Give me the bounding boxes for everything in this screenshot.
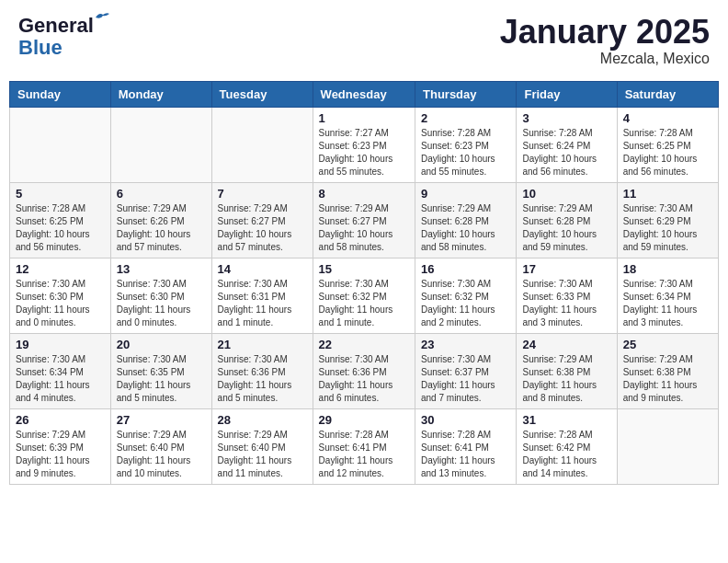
page-header: General Blue January 2025 Mezcala, Mexic… <box>9 9 719 72</box>
calendar-day-cell: 3Sunrise: 7:28 AM Sunset: 6:24 PM Daylig… <box>517 107 617 182</box>
day-info: Sunrise: 7:30 AM Sunset: 6:35 PM Dayligh… <box>117 353 206 405</box>
weekday-header: Friday <box>517 81 617 107</box>
calendar-day-cell: 18Sunrise: 7:30 AM Sunset: 6:34 PM Dayli… <box>617 258 718 333</box>
day-number: 4 <box>623 111 712 125</box>
day-number: 17 <box>522 262 610 276</box>
day-info: Sunrise: 7:29 AM Sunset: 6:40 PM Dayligh… <box>218 429 307 480</box>
day-number: 6 <box>117 187 206 201</box>
day-number: 20 <box>117 338 206 351</box>
day-info: Sunrise: 7:28 AM Sunset: 6:24 PM Dayligh… <box>522 127 610 178</box>
title-block: January 2025 Mezcala, Mexico <box>500 14 710 67</box>
day-number: 23 <box>421 338 510 351</box>
calendar-day-cell: 16Sunrise: 7:30 AM Sunset: 6:32 PM Dayli… <box>415 258 517 333</box>
calendar-day-cell: 15Sunrise: 7:30 AM Sunset: 6:32 PM Dayli… <box>313 258 415 333</box>
day-info: Sunrise: 7:27 AM Sunset: 6:23 PM Dayligh… <box>319 127 409 178</box>
calendar-week-row: 19Sunrise: 7:30 AM Sunset: 6:34 PM Dayli… <box>10 333 719 408</box>
day-info: Sunrise: 7:29 AM Sunset: 6:27 PM Dayligh… <box>218 202 307 254</box>
weekday-header: Saturday <box>617 81 718 107</box>
calendar-day-cell <box>110 107 211 182</box>
day-info: Sunrise: 7:28 AM Sunset: 6:25 PM Dayligh… <box>16 202 105 254</box>
day-info: Sunrise: 7:29 AM Sunset: 6:38 PM Dayligh… <box>522 353 610 405</box>
calendar-day-cell: 9Sunrise: 7:29 AM Sunset: 6:28 PM Daylig… <box>415 182 517 258</box>
calendar-day-cell: 2Sunrise: 7:28 AM Sunset: 6:23 PM Daylig… <box>415 107 517 182</box>
day-info: Sunrise: 7:30 AM Sunset: 6:32 PM Dayligh… <box>421 278 510 329</box>
day-number: 28 <box>218 413 307 427</box>
calendar-day-cell <box>10 107 111 182</box>
day-info: Sunrise: 7:30 AM Sunset: 6:33 PM Dayligh… <box>522 278 610 329</box>
day-info: Sunrise: 7:30 AM Sunset: 6:32 PM Dayligh… <box>319 278 409 329</box>
day-number: 26 <box>16 413 105 427</box>
logo: General Blue <box>18 14 94 60</box>
calendar-week-row: 12Sunrise: 7:30 AM Sunset: 6:30 PM Dayli… <box>10 258 719 333</box>
day-number: 30 <box>421 413 510 427</box>
calendar-day-cell: 7Sunrise: 7:29 AM Sunset: 6:27 PM Daylig… <box>211 182 313 258</box>
day-info: Sunrise: 7:28 AM Sunset: 6:41 PM Dayligh… <box>421 429 510 480</box>
location-subtitle: Mezcala, Mexico <box>500 51 710 67</box>
day-info: Sunrise: 7:30 AM Sunset: 6:29 PM Dayligh… <box>623 202 712 254</box>
day-info: Sunrise: 7:30 AM Sunset: 6:30 PM Dayligh… <box>117 278 206 329</box>
day-number: 25 <box>623 338 712 351</box>
calendar-day-cell: 22Sunrise: 7:30 AM Sunset: 6:36 PM Dayli… <box>313 333 415 408</box>
calendar-day-cell: 4Sunrise: 7:28 AM Sunset: 6:25 PM Daylig… <box>617 107 718 182</box>
day-number: 31 <box>522 413 610 427</box>
calendar-day-cell: 29Sunrise: 7:28 AM Sunset: 6:41 PM Dayli… <box>313 408 415 484</box>
calendar-day-cell: 10Sunrise: 7:29 AM Sunset: 6:28 PM Dayli… <box>517 182 617 258</box>
day-number: 7 <box>218 187 307 201</box>
day-info: Sunrise: 7:28 AM Sunset: 6:42 PM Dayligh… <box>522 429 610 480</box>
weekday-header-row: SundayMondayTuesdayWednesdayThursdayFrid… <box>10 81 719 107</box>
day-info: Sunrise: 7:30 AM Sunset: 6:34 PM Dayligh… <box>16 353 105 405</box>
bird-icon <box>94 10 110 23</box>
calendar-day-cell: 24Sunrise: 7:29 AM Sunset: 6:38 PM Dayli… <box>517 333 617 408</box>
calendar-day-cell: 1Sunrise: 7:27 AM Sunset: 6:23 PM Daylig… <box>313 107 415 182</box>
day-number: 14 <box>218 262 307 276</box>
calendar-day-cell: 6Sunrise: 7:29 AM Sunset: 6:26 PM Daylig… <box>110 182 211 258</box>
calendar-day-cell: 12Sunrise: 7:30 AM Sunset: 6:30 PM Dayli… <box>10 258 111 333</box>
day-number: 2 <box>421 111 510 125</box>
day-info: Sunrise: 7:28 AM Sunset: 6:41 PM Dayligh… <box>319 429 409 480</box>
day-info: Sunrise: 7:30 AM Sunset: 6:31 PM Dayligh… <box>218 278 307 329</box>
calendar-day-cell: 11Sunrise: 7:30 AM Sunset: 6:29 PM Dayli… <box>617 182 718 258</box>
calendar-day-cell: 26Sunrise: 7:29 AM Sunset: 6:39 PM Dayli… <box>10 408 111 484</box>
day-info: Sunrise: 7:28 AM Sunset: 6:25 PM Dayligh… <box>623 127 712 178</box>
day-info: Sunrise: 7:29 AM Sunset: 6:28 PM Dayligh… <box>522 202 610 254</box>
logo-blue: Blue <box>18 36 63 60</box>
calendar-day-cell: 5Sunrise: 7:28 AM Sunset: 6:25 PM Daylig… <box>10 182 111 258</box>
weekday-header: Sunday <box>10 81 111 107</box>
day-number: 10 <box>522 187 610 201</box>
calendar-day-cell: 27Sunrise: 7:29 AM Sunset: 6:40 PM Dayli… <box>110 408 211 484</box>
calendar-day-cell: 20Sunrise: 7:30 AM Sunset: 6:35 PM Dayli… <box>110 333 211 408</box>
weekday-header: Monday <box>110 81 211 107</box>
day-number: 15 <box>319 262 409 276</box>
day-number: 11 <box>623 187 712 201</box>
calendar-day-cell: 28Sunrise: 7:29 AM Sunset: 6:40 PM Dayli… <box>211 408 313 484</box>
day-number: 27 <box>117 413 206 427</box>
calendar-day-cell: 25Sunrise: 7:29 AM Sunset: 6:38 PM Dayli… <box>617 333 718 408</box>
day-info: Sunrise: 7:29 AM Sunset: 6:26 PM Dayligh… <box>117 202 206 254</box>
calendar-day-cell: 31Sunrise: 7:28 AM Sunset: 6:42 PM Dayli… <box>517 408 617 484</box>
day-number: 13 <box>117 262 206 276</box>
day-number: 9 <box>421 187 510 201</box>
day-info: Sunrise: 7:30 AM Sunset: 6:37 PM Dayligh… <box>421 353 510 405</box>
calendar-day-cell: 8Sunrise: 7:29 AM Sunset: 6:27 PM Daylig… <box>313 182 415 258</box>
day-info: Sunrise: 7:29 AM Sunset: 6:40 PM Dayligh… <box>117 429 206 480</box>
day-number: 1 <box>319 111 409 125</box>
day-info: Sunrise: 7:29 AM Sunset: 6:28 PM Dayligh… <box>421 202 510 254</box>
calendar-table: SundayMondayTuesdayWednesdayThursdayFrid… <box>9 81 719 485</box>
day-number: 8 <box>319 187 409 201</box>
calendar-day-cell: 14Sunrise: 7:30 AM Sunset: 6:31 PM Dayli… <box>211 258 313 333</box>
calendar-day-cell <box>617 408 718 484</box>
day-number: 12 <box>16 262 105 276</box>
day-number: 16 <box>421 262 510 276</box>
day-number: 22 <box>319 338 409 351</box>
day-info: Sunrise: 7:29 AM Sunset: 6:39 PM Dayligh… <box>16 429 105 480</box>
day-info: Sunrise: 7:28 AM Sunset: 6:23 PM Dayligh… <box>421 127 510 178</box>
calendar-day-cell: 17Sunrise: 7:30 AM Sunset: 6:33 PM Dayli… <box>517 258 617 333</box>
day-number: 18 <box>623 262 712 276</box>
calendar-day-cell: 19Sunrise: 7:30 AM Sunset: 6:34 PM Dayli… <box>10 333 111 408</box>
day-number: 29 <box>319 413 409 427</box>
calendar-week-row: 26Sunrise: 7:29 AM Sunset: 6:39 PM Dayli… <box>10 408 719 484</box>
day-number: 19 <box>16 338 105 351</box>
weekday-header: Wednesday <box>313 81 415 107</box>
day-number: 5 <box>16 187 105 201</box>
day-info: Sunrise: 7:30 AM Sunset: 6:34 PM Dayligh… <box>623 278 712 329</box>
